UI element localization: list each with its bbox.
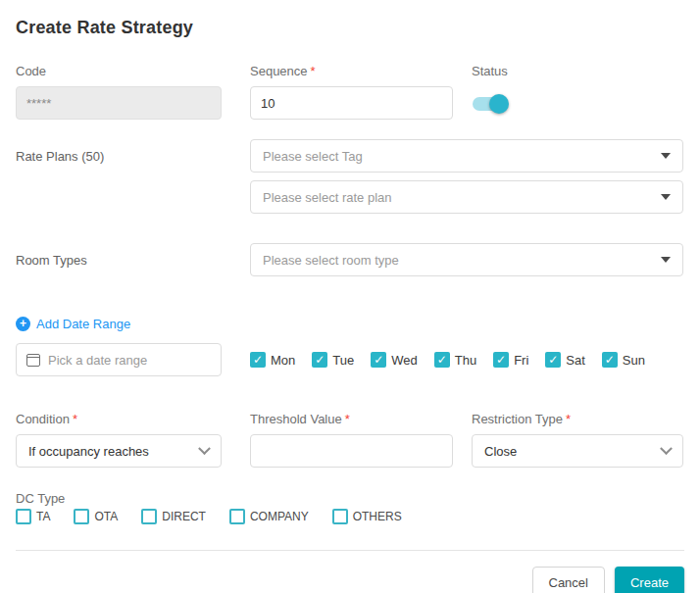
- dc-checkbox-ota[interactable]: OTA: [74, 509, 118, 524]
- room-types-select-wrap: Please select room type: [250, 243, 683, 276]
- row-date-days: Mon Tue Wed Thu Fri Sat: [16, 343, 684, 376]
- day-checkbox-sat[interactable]: Sat: [545, 352, 585, 368]
- room-type-select[interactable]: Please select room type: [250, 243, 683, 276]
- dc-type-section: DC Type TA OTA DIRECT COMPANY OTHERS: [16, 489, 684, 524]
- checkbox-checked-icon: [602, 352, 618, 368]
- checkbox-unchecked-icon: [74, 509, 89, 524]
- day-checkbox-fri[interactable]: Fri: [493, 352, 528, 368]
- dialog-footer: Cancel Create: [16, 551, 684, 593]
- rate-plans-selects: Please select Tag Please select rate pla…: [250, 139, 683, 214]
- checkbox-unchecked-icon: [332, 509, 348, 524]
- toggle-thumb-icon: [489, 94, 509, 114]
- required-asterisk: *: [345, 412, 350, 426]
- rate-plan-select-placeholder: Please select rate plan: [263, 190, 392, 205]
- caret-down-icon: [661, 257, 671, 263]
- restriction-value: Close: [484, 444, 517, 459]
- tag-select-placeholder: Please select Tag: [263, 149, 363, 164]
- rate-plans-label-wrap: Rate Plans (50): [16, 139, 250, 165]
- threshold-label: Threshold Value*: [250, 412, 453, 426]
- row-code-sequence-status: Code Sequence* Status: [16, 64, 684, 120]
- rate-plan-select[interactable]: Please select rate plan: [250, 180, 683, 214]
- calendar-icon: [26, 354, 40, 367]
- add-date-range-label: Add Date Range: [36, 317, 130, 331]
- day-label: Sat: [566, 353, 585, 368]
- condition-select[interactable]: If occupancy reaches: [16, 434, 222, 468]
- required-asterisk: *: [566, 412, 571, 426]
- cancel-button[interactable]: Cancel: [532, 567, 605, 593]
- day-label: Fri: [514, 353, 528, 368]
- add-date-range-link[interactable]: Add Date Range: [16, 317, 130, 331]
- checkbox-checked-icon: [434, 352, 450, 368]
- sequence-input[interactable]: [250, 86, 453, 120]
- create-rate-strategy-dialog: Create Rate Strategy Code Sequence* Stat…: [0, 0, 700, 593]
- rate-plans-label: Rate Plans (50): [16, 149, 104, 164]
- day-label: Tue: [332, 353, 354, 368]
- code-label: Code: [16, 64, 222, 78]
- threshold-input[interactable]: [250, 434, 453, 468]
- room-types-label-wrap: Room Types: [16, 243, 250, 269]
- dc-checkbox-ta[interactable]: TA: [16, 509, 50, 524]
- date-range-input[interactable]: [48, 353, 211, 368]
- condition-field: Condition* If occupancy reaches: [16, 412, 222, 468]
- code-input: [16, 86, 222, 120]
- chevron-down-icon: [660, 442, 673, 455]
- restriction-type-select[interactable]: Close: [472, 434, 683, 468]
- sequence-field: Sequence*: [250, 64, 453, 120]
- dc-checkbox-others[interactable]: OTHERS: [332, 509, 402, 524]
- add-circle-icon: [16, 317, 30, 331]
- checkbox-unchecked-icon: [229, 509, 245, 524]
- checkbox-unchecked-icon: [141, 509, 157, 524]
- required-asterisk: *: [73, 412, 77, 426]
- chevron-down-icon: [198, 442, 211, 455]
- condition-label: Condition*: [16, 412, 222, 426]
- day-label: Sun: [623, 353, 645, 368]
- day-label: Wed: [391, 353, 418, 368]
- dc-label: DIRECT: [162, 510, 206, 523]
- restriction-label-text: Restriction Type: [472, 412, 563, 426]
- status-toggle[interactable]: [472, 94, 509, 114]
- day-checkbox-wed[interactable]: Wed: [371, 352, 418, 368]
- checkbox-unchecked-icon: [16, 509, 31, 524]
- code-field: Code: [16, 64, 222, 120]
- day-label: Mon: [271, 353, 295, 368]
- room-type-select-placeholder: Please select room type: [263, 253, 399, 268]
- row-condition: Condition* If occupancy reaches Threshol…: [16, 412, 684, 468]
- tag-select[interactable]: Please select Tag: [250, 139, 683, 173]
- status-label: Status: [472, 64, 683, 78]
- row-rate-plans: Rate Plans (50) Please select Tag Please…: [16, 139, 684, 214]
- threshold-label-text: Threshold Value: [250, 412, 342, 426]
- dc-checkbox-company[interactable]: COMPANY: [229, 509, 309, 524]
- weekday-checkboxes: Mon Tue Wed Thu Fri Sat: [250, 352, 662, 368]
- condition-label-text: Condition: [16, 412, 70, 426]
- caret-down-icon: [661, 153, 671, 159]
- dc-type-checkboxes: TA OTA DIRECT COMPANY OTHERS: [16, 509, 684, 524]
- date-range-picker[interactable]: [16, 343, 222, 376]
- create-button[interactable]: Create: [615, 567, 684, 593]
- day-checkbox-mon[interactable]: Mon: [250, 352, 295, 368]
- dc-label: OTA: [94, 510, 118, 523]
- dc-type-label: DC Type: [16, 491, 65, 506]
- restriction-label: Restriction Type*: [472, 412, 683, 426]
- dc-label: COMPANY: [250, 510, 309, 523]
- dc-label: TA: [36, 510, 50, 523]
- sequence-label-text: Sequence: [250, 64, 308, 78]
- checkbox-checked-icon: [312, 352, 327, 368]
- checkbox-checked-icon: [493, 352, 509, 368]
- room-types-label: Room Types: [16, 253, 87, 268]
- condition-value: If occupancy reaches: [28, 444, 149, 459]
- row-room-types: Room Types Please select room type: [16, 243, 684, 276]
- threshold-field: Threshold Value*: [250, 412, 453, 468]
- restriction-field: Restriction Type* Close: [472, 412, 683, 468]
- day-checkbox-thu[interactable]: Thu: [434, 352, 476, 368]
- required-asterisk: *: [311, 64, 316, 78]
- status-field: Status: [472, 64, 683, 114]
- day-checkbox-tue[interactable]: Tue: [312, 352, 354, 368]
- day-checkbox-sun[interactable]: Sun: [602, 352, 645, 368]
- checkbox-checked-icon: [371, 352, 386, 368]
- caret-down-icon: [661, 194, 671, 200]
- day-label: Thu: [455, 353, 476, 368]
- page-title: Create Rate Strategy: [16, 18, 684, 38]
- dc-checkbox-direct[interactable]: DIRECT: [141, 509, 206, 524]
- checkbox-checked-icon: [545, 352, 561, 368]
- dc-label: OTHERS: [353, 510, 402, 523]
